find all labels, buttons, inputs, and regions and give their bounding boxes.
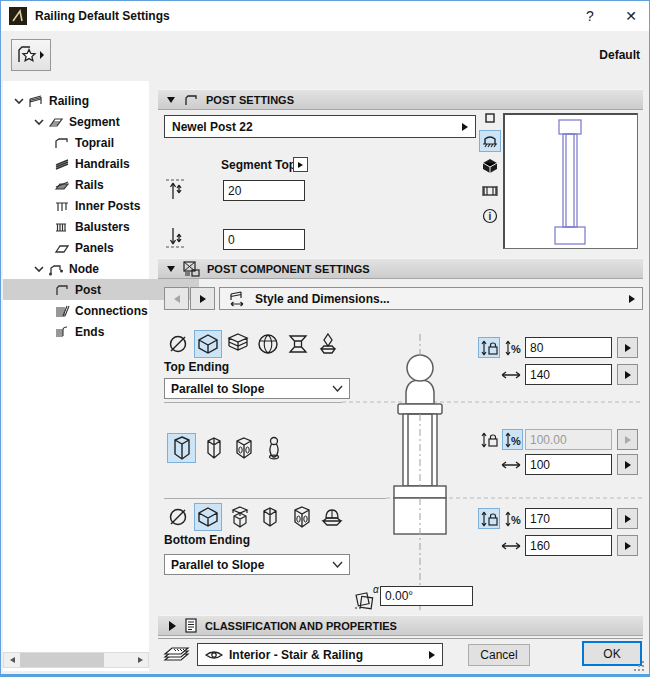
- angle-input[interactable]: [385, 589, 468, 603]
- flyout-arrow-icon: [429, 651, 435, 659]
- flyout-arrow-icon: [298, 162, 303, 168]
- layer-value: Interior - Stair & Railing: [229, 648, 363, 662]
- top-ending-finial-icon[interactable]: [314, 330, 342, 358]
- bottom-ending-cube-narrow-icon[interactable]: [256, 503, 284, 531]
- segment-top-flyout-button[interactable]: [293, 157, 308, 172]
- top-offset-field[interactable]: [223, 180, 305, 201]
- tree-item-railing[interactable]: Railing: [3, 90, 157, 111]
- middle-tall-box-icon[interactable]: [167, 433, 196, 463]
- bottom-offset-input[interactable]: [228, 233, 300, 247]
- favorites-button[interactable]: [11, 39, 51, 71]
- inner-posts-icon: [53, 199, 71, 213]
- angle-field[interactable]: [380, 586, 473, 606]
- tree-horizontal-scrollbar[interactable]: [3, 652, 149, 668]
- dialog-toolbar: Default: [1, 31, 649, 79]
- tree-item-node[interactable]: Node: [3, 258, 177, 279]
- connections-icon: [53, 304, 71, 318]
- scrollbar-thumb[interactable]: [20, 653, 104, 667]
- component-page-dropdown[interactable]: Style and Dimensions...: [219, 287, 643, 310]
- chevron-down-icon[interactable]: [31, 265, 47, 273]
- tree-item-handrails[interactable]: Handrails: [3, 153, 199, 174]
- top-offset-input[interactable]: [228, 184, 300, 198]
- cancel-button[interactable]: Cancel: [468, 644, 530, 666]
- component-page-value: Style and Dimensions...: [255, 292, 390, 306]
- segment-top-label: Segment Top: [221, 158, 296, 172]
- scroll-left-icon[interactable]: [4, 653, 20, 667]
- floor-plan-icon[interactable]: [479, 130, 501, 152]
- bottom-ending-patterned-cube-icon[interactable]: [288, 503, 316, 531]
- previous-component-button[interactable]: [164, 287, 189, 310]
- bottom-ending-select[interactable]: Parallel to Slope: [164, 554, 350, 575]
- top-ending-sphere-icon[interactable]: [254, 330, 282, 358]
- symbol-2d-icon[interactable]: [479, 107, 501, 129]
- help-glyph: ?: [586, 8, 594, 24]
- bottom-ending-none-icon[interactable]: [164, 503, 192, 531]
- arrow-right-icon: [200, 295, 206, 303]
- close-icon: ✕: [625, 8, 637, 24]
- flyout-arrow-icon: [462, 123, 468, 131]
- middle-patterned-box-icon[interactable]: [230, 434, 258, 462]
- chevron-down-icon[interactable]: [11, 97, 27, 105]
- ok-button[interactable]: OK: [582, 641, 642, 666]
- top-ending-select[interactable]: Parallel to Slope: [164, 378, 350, 399]
- tree-item-label: Panels: [75, 241, 114, 255]
- bottom-ending-cube-cap-icon[interactable]: [226, 503, 254, 531]
- middle-baluster-icon[interactable]: [260, 434, 288, 462]
- post-preview-panel: [503, 113, 638, 249]
- 3d-view-icon[interactable]: [479, 155, 501, 177]
- bottom-ending-label: Bottom Ending: [164, 533, 250, 547]
- cancel-label: Cancel: [480, 648, 517, 662]
- post-icon: [53, 283, 71, 297]
- top-ending-none-icon[interactable]: [164, 330, 192, 358]
- scroll-right-icon[interactable]: [132, 653, 148, 667]
- elevation-icon[interactable]: [479, 180, 501, 202]
- help-button[interactable]: ?: [576, 3, 604, 29]
- post-component-preview-drawing: [342, 328, 643, 616]
- top-ending-select-value: Parallel to Slope: [171, 382, 264, 396]
- tree-item-label: Node: [69, 262, 99, 276]
- expand-arrow-icon[interactable]: [169, 621, 176, 631]
- info-icon[interactable]: i: [479, 205, 501, 227]
- top-offset-icon: [165, 177, 189, 202]
- bottom-offset-icon: [165, 225, 189, 250]
- bottom-ending-cube-icon[interactable]: [194, 503, 222, 531]
- bottom-offset-field[interactable]: [223, 229, 305, 250]
- ok-label: OK: [603, 647, 620, 661]
- top-ending-stacked-slabs-icon[interactable]: [224, 330, 252, 358]
- middle-tapered-box-icon[interactable]: [200, 434, 228, 462]
- post-component-settings-header[interactable]: POST COMPONENT SETTINGS: [158, 258, 643, 279]
- chevron-down-icon[interactable]: [31, 118, 47, 126]
- tree-item-label: Balusters: [75, 220, 130, 234]
- post-settings-header[interactable]: POST SETTINGS: [158, 89, 643, 110]
- railing-default-settings-dialog: Railing Default Settings ? ✕ Default Rai…: [0, 0, 650, 677]
- classification-properties-header[interactable]: CLASSIFICATION AND PROPERTIES: [158, 615, 643, 636]
- resize-grip[interactable]: [634, 661, 645, 674]
- panels-icon: [53, 241, 71, 255]
- post-type-dropdown[interactable]: Newel Post 22: [164, 115, 476, 138]
- tree-item-label: Inner Posts: [75, 199, 140, 213]
- arrow-left-icon: [174, 295, 180, 303]
- tree-item-label: Railing: [49, 94, 89, 108]
- section-title: POST SETTINGS: [206, 94, 294, 106]
- layer-dropdown[interactable]: Interior - Stair & Railing: [197, 643, 443, 666]
- balusters-icon: [53, 220, 71, 234]
- bottom-ending-select-value: Parallel to Slope: [171, 558, 264, 572]
- tree-item-label: Post: [75, 283, 101, 297]
- top-ending-capital-icon[interactable]: [284, 330, 312, 358]
- app-logo-icon: [9, 7, 27, 25]
- handrails-icon: [53, 157, 71, 171]
- tree-item-label: Ends: [75, 325, 104, 339]
- flyout-arrow-icon: [629, 295, 635, 303]
- collapse-arrow-icon[interactable]: [167, 266, 175, 272]
- tree-item-segment[interactable]: Segment: [3, 111, 177, 132]
- node-icon: [47, 262, 65, 276]
- top-ending-cube-icon[interactable]: [194, 330, 222, 358]
- next-component-button[interactable]: [190, 287, 215, 310]
- footer-divider: [158, 638, 643, 639]
- ends-icon: [53, 325, 71, 339]
- tree-item-label: Toprail: [75, 136, 114, 150]
- alpha-glyph: α: [373, 584, 379, 595]
- close-button[interactable]: ✕: [617, 3, 645, 29]
- top-ending-label: Top Ending: [164, 360, 229, 374]
- collapse-arrow-icon[interactable]: [167, 97, 175, 103]
